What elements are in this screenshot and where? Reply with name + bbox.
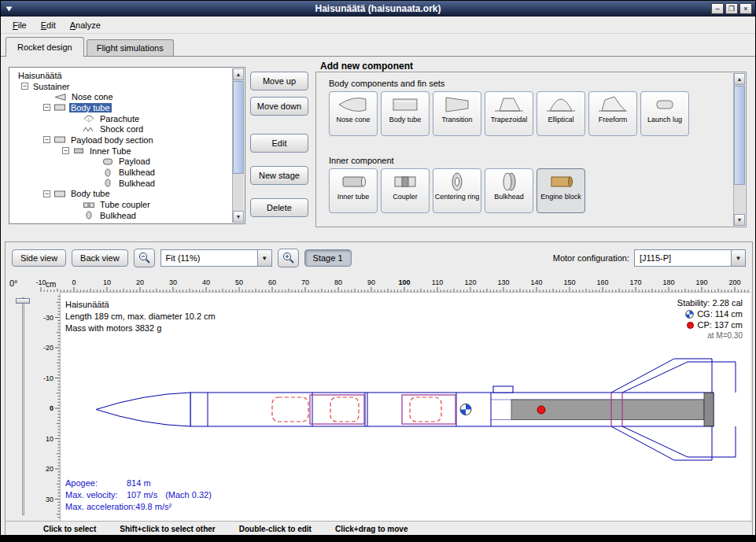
stage-1-toggle[interactable]: Stage 1 bbox=[304, 249, 352, 267]
side-view-button[interactable]: Side view bbox=[12, 249, 66, 267]
component-button-inner-tube[interactable]: Inner tube bbox=[329, 168, 378, 213]
tree-item-sustainer[interactable]: −Sustainer bbox=[10, 81, 231, 92]
component-button-centering-ring[interactable]: Centering ring bbox=[433, 168, 481, 213]
add-component-scrollbar[interactable]: ▲ ▼ bbox=[733, 73, 745, 226]
zoom-in-button[interactable] bbox=[278, 249, 299, 267]
component-button-elliptical[interactable]: Elliptical bbox=[537, 91, 585, 136]
move-down-button[interactable]: Move down bbox=[250, 97, 308, 116]
motor-configuration-select[interactable]: [J115-P] ▼ bbox=[634, 249, 746, 267]
component-button-label: Inner tube bbox=[337, 194, 370, 201]
application-window: Haisunäätä (haisunaata.ork) – ❐ × File E… bbox=[0, 0, 756, 542]
svg-text:20: 20 bbox=[136, 278, 144, 286]
tree-item-nose-cone[interactable]: Nose cone bbox=[10, 91, 231, 102]
tree-scrollbar-thumb[interactable] bbox=[233, 81, 244, 174]
hint-status-bar: Click to select Shift+click to select ot… bbox=[6, 521, 752, 536]
component-button-label: Trapezoidal bbox=[491, 116, 528, 124]
collapse-toggle-icon[interactable]: − bbox=[43, 190, 50, 197]
close-button[interactable]: × bbox=[739, 3, 752, 14]
cg-icon bbox=[685, 310, 694, 319]
svg-text:40: 40 bbox=[202, 278, 210, 286]
menu-edit[interactable]: Edit bbox=[34, 18, 63, 32]
tree-item-bulkhead[interactable]: Bulkhead bbox=[10, 178, 231, 189]
zoom-out-button[interactable] bbox=[134, 249, 155, 267]
hint-click-drag: Click+drag to move bbox=[335, 525, 408, 533]
collapse-toggle-icon[interactable]: − bbox=[21, 83, 28, 90]
component-button-engine-block[interactable]: Engine block bbox=[537, 168, 585, 213]
tree-scrollbar[interactable]: ▲ ▼ bbox=[232, 68, 244, 223]
launch-lug-outline[interactable] bbox=[493, 386, 513, 393]
bulkhead-icon bbox=[492, 170, 526, 194]
tree-item-body-tube[interactable]: −Body tube bbox=[10, 189, 231, 200]
edit-button[interactable]: Edit bbox=[250, 134, 308, 153]
tree-item-shock-cord[interactable]: Shock cord bbox=[10, 124, 231, 135]
component-button-body-tube[interactable]: Body tube bbox=[381, 91, 430, 136]
add-new-component-box: Body components and fin sets Nose coneBo… bbox=[315, 72, 747, 227]
tree-item-payload[interactable]: Payload bbox=[10, 157, 231, 168]
rotation-slider-handle[interactable] bbox=[16, 298, 30, 304]
tree-item-body-tube[interactable]: −Body tube bbox=[10, 102, 231, 113]
collapse-toggle-icon[interactable]: − bbox=[62, 147, 69, 154]
collapse-toggle-icon[interactable]: − bbox=[43, 136, 50, 143]
add-component-scrollbar-thumb[interactable] bbox=[734, 86, 745, 185]
scroll-down-arrow-icon[interactable]: ▼ bbox=[233, 211, 244, 223]
tree-item-haisun-t[interactable]: Haisunäätä bbox=[10, 70, 231, 81]
tab-flight-simulations[interactable]: Flight simulations bbox=[87, 39, 174, 56]
component-button-trapezoidal[interactable]: Trapezoidal bbox=[485, 91, 533, 136]
zoom-in-icon bbox=[282, 251, 295, 266]
nose-cone-icon bbox=[336, 93, 371, 116]
chevron-down-icon[interactable]: ▼ bbox=[257, 250, 271, 266]
svg-text:20: 20 bbox=[46, 465, 53, 473]
elliptical-icon bbox=[544, 93, 578, 116]
component-button-launch-lug[interactable]: Launch lug bbox=[640, 91, 689, 136]
menu-analyze[interactable]: Analyze bbox=[63, 18, 108, 32]
horizontal-ruler: -100102030405060708090100110120130140150… bbox=[36, 276, 750, 292]
rotation-slider[interactable] bbox=[22, 297, 24, 515]
tree-item-parachute[interactable]: Parachute bbox=[10, 113, 231, 124]
tree-item-bulkhead[interactable]: Bulkhead bbox=[10, 210, 231, 221]
rocket-mass: Mass with motors 3832 g bbox=[65, 323, 216, 334]
component-button-bulkhead[interactable]: Bulkhead bbox=[485, 168, 533, 213]
tab-rocket-design[interactable]: Rocket design bbox=[6, 37, 84, 57]
svg-text:110: 110 bbox=[432, 278, 443, 286]
tree-item-inner-tube[interactable]: −Inner Tube bbox=[10, 146, 231, 157]
collapse-toggle-icon[interactable]: − bbox=[43, 104, 50, 111]
tree-item-bulkhead[interactable]: Bulkhead bbox=[10, 167, 231, 178]
component-button-freeform[interactable]: Freeform bbox=[588, 91, 637, 136]
title-bar[interactable]: Haisunäätä (haisunaata.ork) – ❐ × bbox=[1, 1, 755, 17]
new-stage-button[interactable]: New stage bbox=[250, 166, 308, 185]
svg-text:180: 180 bbox=[662, 278, 674, 286]
max-acceleration-row: Max. acceleration:49.8 m/s² bbox=[65, 501, 212, 513]
window-menu-icon[interactable] bbox=[4, 4, 14, 14]
minimize-button[interactable]: – bbox=[711, 3, 724, 14]
menu-file[interactable]: File bbox=[6, 18, 34, 32]
component-tree[interactable]: Haisunäätä−SustainerNose cone−Body tubeP… bbox=[9, 67, 245, 224]
tree-item-tube-coupler[interactable]: Tube coupler bbox=[10, 199, 231, 210]
motor-configuration-label: Motor configuration: bbox=[553, 253, 629, 263]
inner-tube-icon bbox=[336, 170, 371, 194]
tree-item-payload-body-section[interactable]: −Payload body section bbox=[10, 135, 231, 146]
svg-text:10: 10 bbox=[103, 278, 111, 286]
component-button-nose-cone[interactable]: Nose cone bbox=[329, 91, 378, 136]
svg-text:-10: -10 bbox=[43, 374, 53, 382]
move-up-button[interactable]: Move up bbox=[250, 72, 308, 90]
scroll-up-arrow-icon[interactable]: ▲ bbox=[233, 68, 244, 80]
chevron-down-icon[interactable]: ▼ bbox=[731, 250, 745, 266]
freeform-icon bbox=[596, 93, 630, 116]
nose-cone-outline[interactable] bbox=[96, 393, 190, 426]
component-button-coupler[interactable]: Coupler bbox=[381, 168, 430, 213]
rocket-view-canvas[interactable]: Haisunäätä Length 189 cm, max. diameter … bbox=[60, 292, 750, 521]
svg-text:0: 0 bbox=[72, 278, 76, 286]
maximize-button[interactable]: ❐ bbox=[725, 3, 738, 14]
scroll-up-arrow-icon[interactable]: ▲ bbox=[734, 73, 745, 85]
back-view-button[interactable]: Back view bbox=[72, 249, 128, 267]
tree-edit-buttons: Move up Move down Edit New stage Delete bbox=[250, 72, 308, 217]
add-new-component-panel: Add new component Body components and fi… bbox=[315, 61, 747, 229]
shockcord-icon bbox=[83, 125, 95, 134]
delete-button[interactable]: Delete bbox=[250, 198, 308, 217]
zoom-select[interactable]: Fit (11%) ▼ bbox=[160, 249, 272, 267]
component-button-transition[interactable]: Transition bbox=[433, 91, 481, 136]
component-button-label: Body tube bbox=[389, 116, 422, 124]
scroll-down-arrow-icon[interactable]: ▼ bbox=[734, 214, 745, 226]
coupler-icon bbox=[83, 201, 95, 209]
component-button-label: Coupler bbox=[393, 194, 418, 201]
